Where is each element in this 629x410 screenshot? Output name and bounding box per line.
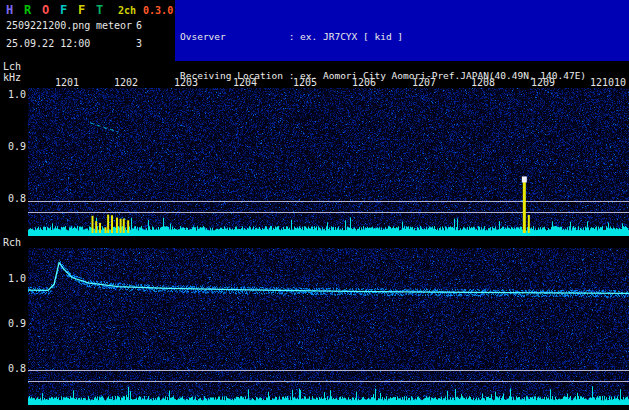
hrofft-window: HROFFT2ch0.3.0 2509221200.png meteor 6 2… bbox=[0, 0, 629, 410]
time-label: 1207 bbox=[411, 77, 437, 88]
time-label: 1201 bbox=[54, 77, 80, 88]
time-label: 1206 bbox=[351, 77, 377, 88]
lch-freq-tick: 1.0 bbox=[8, 89, 26, 100]
observer-line: Ovserver : ex. JR7CYX [ kid ] bbox=[180, 30, 629, 43]
lch-spectrogram-canvas bbox=[28, 88, 629, 236]
output-filename: 2509221200.png bbox=[6, 20, 90, 31]
title-letter: F bbox=[78, 3, 96, 17]
rch-freq-tick: 0.8 bbox=[8, 363, 26, 374]
time-label: 1203 bbox=[173, 77, 199, 88]
rch-event-count: 3 bbox=[136, 38, 142, 49]
app-title: HROFFT2ch0.3.0 bbox=[6, 3, 173, 17]
time-label: 1205 bbox=[292, 77, 318, 88]
time-label: 1202 bbox=[113, 77, 139, 88]
time-label: 1204 bbox=[232, 77, 258, 88]
rch-freq-tick: 1.0 bbox=[8, 273, 26, 284]
title-letter: O bbox=[42, 3, 60, 17]
time-label: 1210 bbox=[589, 77, 615, 88]
time-label-clipped: 10 bbox=[614, 77, 626, 88]
station-info-panel: Ovserver : ex. JR7CYX [ kid ] Receiving … bbox=[175, 0, 629, 61]
title-letter: R bbox=[24, 3, 42, 17]
time-label: 1209 bbox=[530, 77, 556, 88]
rch-spectrogram-canvas bbox=[28, 248, 629, 405]
channel-mode-label: 2ch bbox=[118, 5, 136, 16]
title-letter: H bbox=[6, 3, 24, 17]
version-label: 0.3.0 bbox=[143, 5, 173, 16]
lch-freq-tick: 0.9 bbox=[8, 141, 26, 152]
lch-axis-label: Lch bbox=[3, 61, 21, 72]
lch-event-count: 6 bbox=[136, 20, 142, 31]
rch-freq-tick: 0.9 bbox=[8, 318, 26, 329]
rch-axis-label: Rch bbox=[3, 237, 21, 248]
title-letter: F bbox=[60, 3, 78, 17]
datetime-label: 25.09.22 12:00 bbox=[6, 38, 90, 49]
freq-unit-label: kHz bbox=[3, 72, 21, 83]
title-letter: T bbox=[96, 3, 114, 17]
time-label: 1208 bbox=[470, 77, 496, 88]
observation-mode-label: meteor bbox=[96, 20, 132, 31]
lch-freq-tick: 0.8 bbox=[8, 193, 26, 204]
